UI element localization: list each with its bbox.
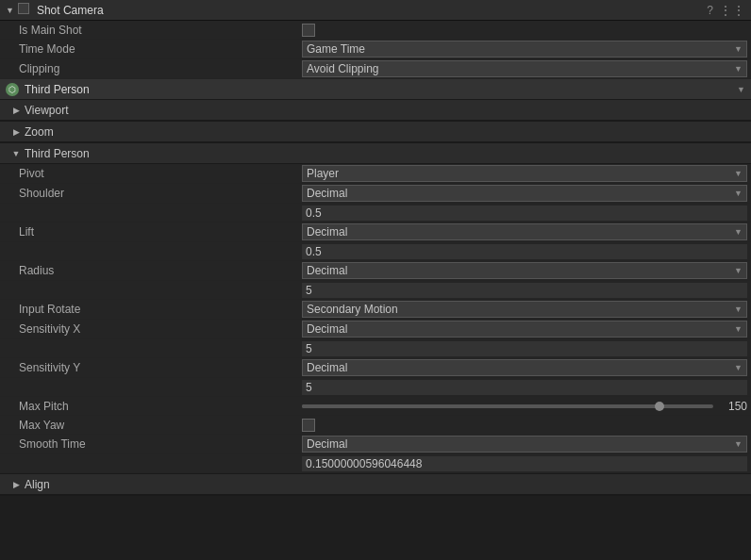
clipping-value: Avoid Clipping ▼: [302, 60, 751, 77]
max-yaw-value: [302, 419, 751, 432]
clipping-arrow-icon: ▼: [734, 64, 743, 74]
third-person-section-header[interactable]: ▼ Third Person: [0, 143, 751, 164]
time-mode-arrow-icon: ▼: [734, 44, 743, 54]
sensitivity-x-label: Sensitivity X: [0, 322, 302, 336]
panel-header-left: ▼ Shot Camera: [6, 3, 104, 17]
panel-header: ▼ Shot Camera ? ⋮⋮: [0, 0, 751, 21]
zoom-label: Zoom: [25, 125, 54, 139]
pivot-value: Player ▼: [302, 165, 751, 182]
max-yaw-label: Max Yaw: [0, 419, 302, 432]
time-mode-value: Game Time ▼: [302, 41, 751, 58]
lift-arrow-icon: ▼: [734, 227, 743, 237]
radius-value-row: 5: [0, 281, 751, 300]
third-person-component-label: Third Person: [25, 83, 90, 96]
max-pitch-number: 150: [719, 400, 747, 413]
sensitivity-y-input[interactable]: 5: [302, 380, 747, 395]
settings-icon[interactable]: ⋮⋮: [719, 3, 745, 18]
lift-value-row: 0.5: [0, 242, 751, 261]
help-icon[interactable]: ?: [707, 4, 713, 17]
input-rotate-arrow-icon: ▼: [734, 305, 743, 314]
lift-label: Lift: [0, 225, 302, 239]
shoulder-row: Shoulder Decimal ▼: [0, 184, 751, 204]
input-rotate-value: Secondary Motion ▼: [302, 301, 751, 318]
shoulder-arrow-icon: ▼: [734, 189, 743, 198]
shoulder-value-row: 0.5: [0, 204, 751, 222]
panel-checkbox[interactable]: [18, 3, 29, 17]
align-section: ▶ Align: [0, 474, 751, 496]
sensitivity-y-arrow-icon: ▼: [734, 363, 743, 372]
smooth-time-arrow-icon: ▼: [734, 439, 743, 449]
zoom-section: ▶ Zoom: [0, 122, 751, 143]
smooth-time-label: Smooth Time: [0, 437, 302, 451]
viewport-header[interactable]: ▶ Viewport: [0, 100, 751, 121]
radius-label: Radius: [0, 264, 302, 277]
radius-dropdown[interactable]: Decimal ▼: [302, 262, 747, 279]
viewport-section: ▶ Viewport: [0, 100, 751, 122]
sensitivity-x-dropdown[interactable]: Decimal ▼: [302, 321, 747, 338]
sensitivity-y-label: Sensitivity Y: [0, 361, 302, 374]
shoulder-input[interactable]: 0.5: [302, 206, 747, 221]
max-pitch-fill: [302, 404, 659, 408]
zoom-header[interactable]: ▶ Zoom: [0, 122, 751, 142]
viewport-label: Viewport: [25, 104, 68, 117]
clipping-row: Clipping Avoid Clipping ▼: [0, 59, 751, 79]
smooth-time-value-row: 0.15000000596046448: [0, 454, 751, 473]
third-person-arrow-icon: ▼: [11, 149, 21, 158]
lift-input[interactable]: 0.5: [302, 244, 747, 259]
lift-row: Lift Decimal ▼: [0, 222, 751, 242]
third-person-icon: ⬡: [6, 83, 19, 96]
smooth-time-row: Smooth Time Decimal ▼: [0, 435, 751, 454]
align-header[interactable]: ▶ Align: [0, 474, 751, 495]
max-pitch-thumb[interactable]: [655, 402, 664, 411]
pivot-dropdown[interactable]: Player ▼: [302, 165, 747, 182]
lift-dropdown[interactable]: Decimal ▼: [302, 223, 747, 240]
sensitivity-y-dropdown[interactable]: Decimal ▼: [302, 359, 747, 376]
clipping-dropdown[interactable]: Avoid Clipping ▼: [302, 60, 747, 77]
shoulder-dropdown[interactable]: Decimal ▼: [302, 185, 747, 202]
shoulder-decimal-value: 0.5: [302, 206, 751, 221]
sensitivity-x-row: Sensitivity X Decimal ▼: [0, 320, 751, 339]
third-person-content: Pivot Player ▼ Shoulder Decimal ▼: [0, 164, 751, 473]
radius-row: Radius Decimal ▼: [0, 261, 751, 281]
time-mode-label: Time Mode: [0, 42, 302, 56]
radius-decimal-value: 5: [302, 283, 751, 298]
radius-input[interactable]: 5: [302, 283, 747, 298]
sensitivity-y-value-row: 5: [0, 378, 751, 397]
sensitivity-y-decimal-value: 5: [302, 380, 751, 395]
zoom-arrow-icon: ▶: [11, 127, 21, 137]
smooth-time-decimal-value: 0.15000000596046448: [302, 456, 751, 471]
shoulder-value: Decimal ▼: [302, 185, 751, 202]
lift-decimal-value: 0.5: [302, 244, 751, 259]
max-pitch-value: 150: [302, 400, 751, 413]
sensitivity-x-value: Decimal ▼: [302, 321, 751, 338]
smooth-time-input[interactable]: 0.15000000596046448: [302, 456, 747, 471]
panel-title: Shot Camera: [37, 4, 104, 17]
time-mode-row: Time Mode Game Time ▼: [0, 40, 751, 59]
time-mode-dropdown[interactable]: Game Time ▼: [302, 41, 747, 58]
third-person-component-arrow[interactable]: ▼: [737, 85, 745, 94]
align-arrow-icon: ▶: [11, 480, 21, 489]
third-person-component-header[interactable]: ⬡ Third Person ▼: [0, 79, 751, 100]
sensitivity-x-decimal-value: 5: [302, 341, 751, 356]
is-main-shot-value: [302, 24, 751, 37]
input-rotate-dropdown[interactable]: Secondary Motion ▼: [302, 301, 747, 318]
clipping-label: Clipping: [0, 62, 302, 75]
sensitivity-x-input[interactable]: 5: [302, 341, 747, 356]
max-pitch-row: Max Pitch 150: [0, 397, 751, 416]
radius-arrow-icon: ▼: [734, 266, 743, 275]
is-main-shot-checkbox[interactable]: [302, 24, 315, 37]
panel-toggle-arrow[interactable]: ▼: [6, 6, 14, 15]
smooth-time-dropdown[interactable]: Decimal ▼: [302, 436, 747, 453]
max-yaw-checkbox[interactable]: [302, 419, 315, 432]
max-pitch-track[interactable]: [302, 404, 713, 408]
max-yaw-row: Max Yaw: [0, 416, 751, 435]
sensitivity-x-arrow-icon: ▼: [734, 324, 743, 334]
max-pitch-slider-row: 150: [302, 400, 747, 413]
pivot-label: Pivot: [0, 167, 302, 180]
shoulder-label: Shoulder: [0, 187, 302, 200]
viewport-arrow-icon: ▶: [11, 106, 21, 115]
sensitivity-y-row: Sensitivity Y Decimal ▼: [0, 358, 751, 378]
max-pitch-label: Max Pitch: [0, 400, 302, 413]
is-main-shot-label: Is Main Shot: [0, 24, 302, 37]
input-rotate-row: Input Rotate Secondary Motion ▼: [0, 300, 751, 320]
